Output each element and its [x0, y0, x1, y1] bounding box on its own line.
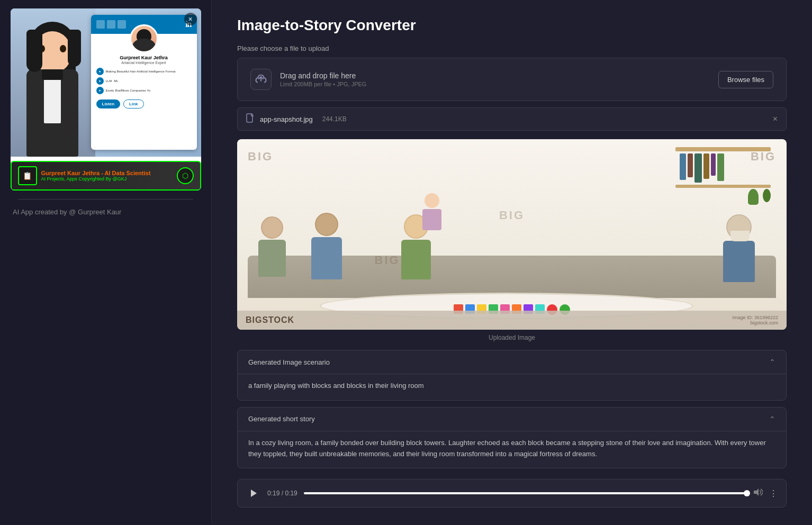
linkedin-name: Gurpreet Kaur Jethra — [95, 55, 193, 60]
audio-volume-icon[interactable] — [753, 488, 763, 499]
scenario-accordion-body: a family playing with blocks and blocks … — [238, 374, 786, 400]
right-panel: Image-to-Story Converter Please choose a… — [212, 0, 812, 525]
photo-footer: BIGSTOCK Image ID: 361996222 bigstock.co… — [237, 311, 787, 330]
story-accordion-header[interactable]: Generated short story ⌃ — [238, 408, 786, 431]
audio-progress-fill — [304, 492, 747, 494]
image-caption: Uploaded Image — [237, 334, 787, 341]
left-panel: × — [0, 0, 212, 525]
audio-player: 0:19 / 0:19 ⋮ — [237, 479, 787, 508]
banner-icon: 📋 — [18, 166, 37, 185]
story-chevron-icon: ⌃ — [769, 415, 775, 423]
linkedin-title: Artaicial Intelligence Expert — [95, 61, 193, 65]
upload-left: Drag and drop file here Limit 200MB per … — [250, 69, 366, 90]
audio-play-button[interactable] — [246, 486, 261, 501]
svg-marker-2 — [754, 488, 759, 496]
close-button[interactable]: × — [184, 13, 197, 25]
file-name: app-snapshot.jpg — [260, 115, 313, 123]
profile-image-area: in Gurpreet Kaur Jethra Artaicial Intell… — [11, 8, 201, 157]
story-accordion-body: In a cozy living room, a family bonded o… — [238, 431, 786, 468]
upload-label: Please choose a file to upload — [237, 44, 787, 52]
scenario-accordion: Generated Image scenario ⌃ a family play… — [237, 350, 787, 401]
scenario-accordion-header[interactable]: Generated Image scenario ⌃ — [238, 350, 786, 374]
scenario-accordion-title: Generated Image scenario — [248, 358, 330, 366]
watermark-center: BIG — [499, 209, 525, 222]
file-size: 244.1KB — [322, 115, 347, 123]
story-accordion-title: Generated short story — [248, 415, 315, 423]
scenario-chevron-icon: ⌃ — [769, 358, 775, 366]
audio-time-current: 0:19 — [267, 490, 279, 497]
audio-progress-thumb — [744, 490, 750, 496]
banner-badge: ⬡ — [177, 167, 194, 184]
profile-card: × — [11, 8, 201, 191]
watermark-tl: BIG — [248, 150, 273, 164]
audio-more-icon[interactable]: ⋮ — [769, 488, 778, 499]
upload-zone[interactable]: Drag and drop file here Limit 200MB per … — [237, 58, 787, 101]
preview-image: BIG BIG BIG BIG BIGSTOCK Image ID: 36199… — [237, 139, 787, 330]
linkedin-listen-btn[interactable]: Listen — [96, 99, 121, 108]
page-title: Image-to-Story Converter — [237, 17, 787, 34]
audio-time: 0:19 / 0:19 — [267, 490, 297, 497]
scenario-content: a family playing with blocks and blocks … — [248, 374, 775, 392]
audio-progress-bar[interactable] — [304, 492, 747, 494]
bigstock-logo: BIGSTOCK — [246, 315, 294, 325]
file-row: app-snapshot.jpg 244.1KB × — [237, 107, 787, 131]
file-icon — [246, 113, 255, 125]
file-remove-button[interactable]: × — [773, 114, 778, 124]
upload-drag-text: Drag and drop file here — [280, 71, 366, 80]
linkedin-link-btn[interactable]: Link — [123, 99, 143, 108]
svg-marker-1 — [251, 490, 257, 497]
audio-time-total: 0:19 — [285, 490, 297, 497]
left-divider — [18, 199, 193, 200]
upload-cloud-icon — [250, 69, 272, 90]
banner-name: Gurpreet Kaur Jethra - AI Data Scientist — [41, 170, 173, 176]
banner-sub: AI Projects, Apps Copyrighted By @GKJ — [41, 176, 173, 182]
upload-limit-text: Limit 200MB per file • JPG, JPEG — [280, 81, 366, 87]
photo-id-number: Image ID: 361996222 — [732, 315, 778, 320]
story-content: In a cozy living room, a family bonded o… — [248, 431, 775, 460]
banner-strip: 📋 Gurpreet Kaur Jethra - AI Data Scienti… — [11, 161, 201, 191]
creator-credit: AI App created by @ Gurpreet Kaur — [8, 208, 203, 216]
browse-files-button[interactable]: Browse files — [718, 71, 773, 88]
upload-text-area: Drag and drop file here Limit 200MB per … — [280, 71, 366, 87]
photo-id: Image ID: 361996222 bigstock.com — [732, 315, 778, 325]
watermark-tr: BIG — [751, 150, 776, 164]
banner-text: Gurpreet Kaur Jethra - AI Data Scientist… — [41, 170, 173, 182]
file-info: app-snapshot.jpg 244.1KB — [246, 113, 347, 125]
photo-website: bigstock.com — [732, 320, 778, 325]
story-accordion: Generated short story ⌃ In a cozy living… — [237, 407, 787, 469]
watermark-center2: BIG — [375, 254, 400, 267]
